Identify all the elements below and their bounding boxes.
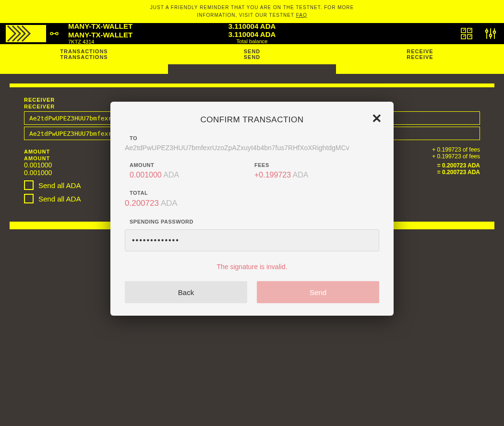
checkbox-icon[interactable]	[24, 180, 34, 190]
dashboard-icon[interactable]	[460, 27, 473, 40]
logo-area	[0, 25, 59, 42]
modal-total-label: TOTAL	[125, 190, 379, 196]
tab-send[interactable]: SEND SEND	[168, 48, 336, 60]
logo-icon[interactable]	[6, 25, 46, 42]
settings-icon[interactable]	[484, 27, 497, 40]
modal-total-value: 0.200723 ADA	[125, 199, 379, 208]
banner-line1: JUST A FRIENDLY REMINDER THAT YOU ARE ON…	[150, 4, 354, 12]
to-address: Ae2tdPwUPEZ3HUU7bmfexrUzoZpAZxuyt4b4bn7f…	[125, 144, 379, 152]
close-icon[interactable]: ✕	[372, 112, 382, 125]
amount-label: AMOUNT	[24, 149, 50, 154]
banner-faq-link[interactable]: FAQ	[296, 12, 307, 18]
svg-point-10	[490, 35, 492, 37]
wallet-name[interactable]: MANY-TX-WALLET MANY-TX-WALLET 7KTZ 4314	[68, 22, 132, 45]
spending-password-label: SPENDING PASSWORD	[125, 219, 379, 225]
modal-title: CONFIRM TRANSACTION	[125, 115, 379, 125]
spending-password-input[interactable]	[125, 229, 379, 251]
modal-fees-value: +0.199723 ADA	[254, 171, 379, 179]
tab-transactions[interactable]: TRANSACTIONS TRANSACTIONS	[0, 48, 168, 60]
amount-value[interactable]: 0.001000	[24, 161, 52, 169]
banner-line2: INFORMATION, VISIT OUR TESTNET FAQ	[197, 12, 307, 19]
app-header: MANY-TX-WALLET MANY-TX-WALLET 7KTZ 4314 …	[0, 23, 504, 44]
svg-point-0	[50, 33, 53, 35]
total-text: = 0.200723 ADA	[437, 162, 480, 169]
send-button[interactable]: Send	[257, 281, 379, 303]
svg-point-8	[486, 30, 488, 33]
confirm-transaction-modal: CONFIRM TRANSACTION ✕ TO Ae2tdPwUPEZ3HUU…	[110, 102, 394, 316]
modal-fees-label: FEES	[254, 162, 379, 168]
link-icon	[50, 30, 59, 37]
fees-text: + 0.199723 of fees	[432, 146, 480, 153]
modal-amount-label: AMOUNT	[130, 162, 254, 168]
back-button[interactable]: Back	[125, 281, 247, 303]
tab-receive[interactable]: RECEIVE RECEIVE	[336, 48, 504, 60]
tab-underline	[0, 64, 504, 74]
modal-amount-value: 0.001000 ADA	[130, 171, 254, 179]
testnet-banner: JUST A FRIENDLY REMINDER THAT YOU ARE ON…	[0, 0, 504, 23]
to-label: TO	[125, 135, 379, 141]
wallet-balance: 3.110004 ADA 3.110004 ADA Total balance	[228, 23, 276, 44]
svg-point-1	[56, 33, 58, 35]
error-message: The signature is invalid.	[125, 263, 379, 271]
tab-bar: TRANSACTIONS TRANSACTIONS SEND SEND RECE…	[0, 44, 504, 64]
svg-point-12	[493, 31, 496, 34]
